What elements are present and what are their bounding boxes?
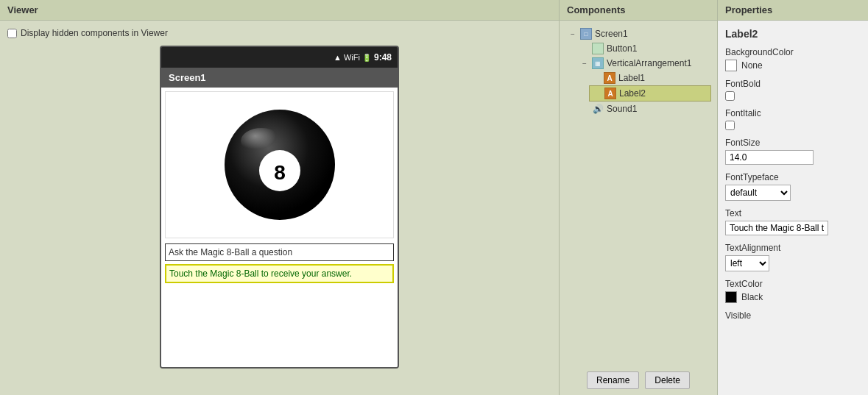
- prop-backgroundcolor-name: BackgroundColor: [725, 47, 861, 57]
- status-time: 9:48: [374, 52, 392, 63]
- prop-fontitalic: FontItalic: [725, 108, 861, 130]
- display-hidden-label: Display hidden components in Viewer: [21, 28, 168, 38]
- prop-fontsize: FontSize: [725, 138, 861, 165]
- expand-vertical1-icon: −: [580, 59, 589, 68]
- battery-icon: 🔋: [362, 54, 371, 62]
- textalignment-select[interactable]: left center right: [725, 255, 769, 271]
- properties-panel: Properties Label2 BackgroundColor None F…: [718, 0, 868, 395]
- prop-text-name: Text: [725, 208, 861, 218]
- prop-fontbold-value: [725, 91, 861, 101]
- textcolor-swatch[interactable]: [725, 291, 737, 303]
- components-header: Components: [560, 0, 717, 21]
- prop-text: Text: [725, 208, 861, 235]
- prop-textcolor-value: Black: [725, 291, 861, 303]
- screen1-label: Screen1: [595, 29, 628, 39]
- prop-fontsize-name: FontSize: [725, 138, 861, 148]
- label2-label: Label2: [619, 88, 646, 99]
- vertical-icon: ▦: [592, 57, 604, 69]
- fonttypeface-select[interactable]: default serif sans-serif monospace: [725, 185, 791, 201]
- prop-fonttypeface: FontTypeface default serif sans-serif mo…: [725, 172, 861, 201]
- phone-label1: Ask the Magic 8-Ball a question: [165, 243, 394, 261]
- phone-status-bar: ▲ WiFi 🔋 9:48: [161, 47, 398, 68]
- backgroundcolor-swatch[interactable]: [725, 60, 737, 71]
- tree-item-sound1[interactable]: 🔊 Sound1: [577, 102, 711, 116]
- tree-item-label1[interactable]: A Label1: [589, 71, 711, 85]
- prop-textcolor-name: TextColor: [725, 279, 861, 289]
- signal-icon: ▲: [334, 53, 342, 62]
- components-tree: − □ Screen1 Button1 − ▦ VerticalArrangem…: [560, 21, 717, 366]
- eight-ball-image: 8: [221, 106, 339, 224]
- label2-icon: A: [604, 88, 616, 99]
- viewer-panel: Viewer Display hidden components in View…: [0, 0, 560, 395]
- prop-fontbold: FontBold: [725, 79, 861, 101]
- vertical1-label: VerticalArrangement1: [607, 58, 691, 68]
- prop-textalignment-value: left center right: [725, 255, 861, 271]
- text-input[interactable]: [725, 221, 828, 235]
- fontbold-checkbox[interactable]: [725, 91, 735, 101]
- phone-image-area: 8: [165, 91, 394, 238]
- prop-fonttypeface-name: FontTypeface: [725, 172, 861, 182]
- delete-button[interactable]: Delete: [645, 371, 690, 389]
- expand-button1-icon: [580, 44, 589, 53]
- fontsize-input[interactable]: [725, 150, 814, 165]
- sound-icon: 🔊: [592, 103, 604, 115]
- phone-bottom-area: [161, 285, 398, 367]
- prop-fonttypeface-value: default serif sans-serif monospace: [725, 185, 861, 201]
- prop-visible-name: Visible: [725, 310, 861, 321]
- tree-item-label2[interactable]: A Label2: [589, 85, 711, 102]
- prop-textalignment-name: TextAlignment: [725, 243, 861, 253]
- viewer-content: Display hidden components in Viewer ▲ Wi…: [0, 21, 559, 395]
- prop-textcolor: TextColor Black: [725, 279, 861, 303]
- expand-label1-icon: [592, 74, 601, 82]
- prop-text-value: [725, 221, 861, 235]
- viewer-title: Viewer: [7, 4, 38, 15]
- phone-mockup: ▲ WiFi 🔋 9:48 Screen1: [160, 46, 399, 369]
- display-hidden-row: Display hidden components in Viewer: [7, 28, 168, 38]
- button-icon: [592, 43, 604, 54]
- tree-item-screen1[interactable]: − □ Screen1: [565, 26, 711, 41]
- status-icons: ▲ WiFi 🔋: [334, 53, 371, 62]
- sound1-label: Sound1: [607, 104, 637, 114]
- backgroundcolor-text: None: [741, 60, 763, 71]
- prop-fontbold-name: FontBold: [725, 79, 861, 89]
- wifi-icon: WiFi: [344, 53, 360, 62]
- textcolor-text: Black: [741, 292, 763, 302]
- props-content: Label2 BackgroundColor None FontBold Fon…: [718, 21, 868, 335]
- tree-item-vertical1[interactable]: − ▦ VerticalArrangement1: [577, 56, 711, 71]
- phone-screen-title: Screen1: [169, 72, 206, 83]
- phone-body: 8 Ask the Magic 8-Ball a question Touch …: [161, 88, 398, 367]
- properties-title: Properties: [725, 4, 772, 15]
- prop-textalignment: TextAlignment left center right: [725, 243, 861, 271]
- expand-label2-icon: [593, 89, 601, 98]
- label1-icon: A: [604, 72, 615, 84]
- expand-sound1-icon: [580, 104, 589, 113]
- expand-screen1-icon: −: [568, 29, 577, 38]
- rename-button[interactable]: Rename: [587, 371, 639, 389]
- button1-label: Button1: [607, 43, 637, 54]
- components-panel: Components − □ Screen1 Button1 − ▦ Verti…: [560, 0, 718, 395]
- components-bottom: Rename Delete: [560, 366, 717, 395]
- phone-label2-text: Touch the Magic 8-Ball to receive your a…: [169, 268, 352, 279]
- prop-fontitalic-name: FontItalic: [725, 108, 861, 118]
- display-hidden-checkbox[interactable]: [7, 29, 17, 38]
- viewer-header: Viewer: [0, 0, 559, 21]
- prop-backgroundcolor-value: None: [725, 60, 861, 71]
- properties-header: Properties: [718, 0, 868, 21]
- prop-fontitalic-value: [725, 121, 861, 130]
- label1-label: Label1: [618, 73, 645, 83]
- tree-item-button1[interactable]: Button1: [577, 41, 711, 56]
- components-title: Components: [567, 4, 625, 15]
- fontitalic-checkbox[interactable]: [725, 121, 735, 130]
- prop-fontsize-value: [725, 150, 861, 165]
- phone-label1-text: Ask the Magic 8-Ball a question: [169, 247, 292, 257]
- phone-title-bar: Screen1: [161, 68, 398, 88]
- prop-backgroundcolor: BackgroundColor None: [725, 47, 861, 71]
- phone-label2: Touch the Magic 8-Ball to receive your a…: [165, 264, 394, 283]
- svg-text:8: 8: [274, 161, 286, 184]
- prop-visible: Visible: [725, 310, 861, 321]
- selected-component-label: Label2: [725, 28, 861, 40]
- screen-icon: □: [580, 28, 592, 40]
